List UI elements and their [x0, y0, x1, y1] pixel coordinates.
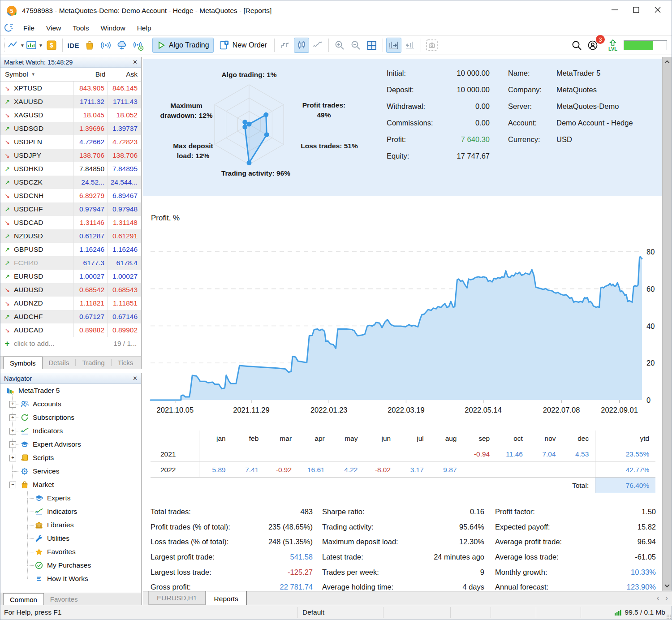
scroll-up-icon[interactable] [663, 57, 672, 67]
doc-tab-eurusd-h1[interactable]: EURUSD,H1 [148, 591, 206, 605]
market-watch-row[interactable]: ↘USDJPY138.706138.706 [0, 149, 141, 162]
ide-button[interactable]: IDE [66, 38, 81, 53]
tile-windows-button[interactable] [364, 38, 379, 53]
market-watch-row[interactable]: ↘XPTUSD843.905846.145 [0, 82, 141, 95]
market-watch-row[interactable]: ↗USDHKD7.848507.84895 [0, 162, 141, 176]
market-watch-row[interactable]: ↘AUDCAD0.898820.89902 [0, 323, 141, 337]
minimize-button[interactable] [604, 0, 625, 19]
empty-cell [430, 478, 463, 493]
shift-back-button[interactable] [402, 38, 418, 53]
line-chart-button[interactable] [310, 38, 325, 53]
navigator-item-experts[interactable]: Experts [0, 491, 141, 505]
tab-scroll-right-icon[interactable]: › [665, 594, 668, 603]
expand-plus-box[interactable]: + [9, 441, 16, 448]
chart-type-button[interactable]: ▼ [26, 38, 43, 53]
algo-trading-button[interactable]: Algo Trading [152, 38, 214, 53]
shift-end-button[interactable] [386, 38, 401, 53]
new-chart-button[interactable]: ▼ [7, 38, 25, 53]
svg-text:2022.01.23: 2022.01.23 [310, 406, 348, 414]
market-watch-column-header[interactable]: Symbol▼ Bid Ask [0, 68, 141, 82]
collapse-minus-box[interactable]: − [9, 482, 16, 488]
navigator-item-my-purchases[interactable]: My Purchases [0, 559, 141, 572]
month-header: dec [562, 431, 595, 446]
market-watch-row[interactable]: ↗USDCZK24.52...24.544... [0, 176, 141, 189]
tab-trading[interactable]: Trading [76, 357, 111, 369]
market-watch-row[interactable]: ↗GBPUSD1.162461.16246 [0, 243, 141, 256]
close-button[interactable] [647, 0, 668, 19]
navigator-item-libraries[interactable]: Libraries [0, 518, 141, 532]
navigator-item-how-it-works[interactable]: How It Works [0, 572, 141, 586]
close-icon[interactable]: ✕ [133, 375, 138, 382]
tab-details[interactable]: Details [43, 357, 76, 369]
deposit-button[interactable]: $ [44, 38, 59, 53]
doc-tab-reports[interactable]: Reports [206, 591, 247, 607]
stat-row: Trading activity:95.64% [322, 520, 484, 535]
tab-common[interactable]: Common [3, 593, 44, 605]
market-watch-row[interactable]: ↗AUDCHF0.671270.67146 [0, 310, 141, 323]
market-watch-row[interactable]: ↘USDCNH6.892796.89467 [0, 189, 141, 202]
menu-help[interactable]: Help [131, 22, 157, 34]
navigator-item-indicators[interactable]: Indicators [0, 505, 141, 518]
market-watch-row[interactable]: ↘USDCAD1.311461.31148 [0, 216, 141, 229]
expand-plus-box[interactable]: + [9, 428, 16, 435]
navigator-item-accounts[interactable]: +Accounts [0, 397, 141, 411]
navigator-item-utilities[interactable]: Utilities [0, 532, 141, 545]
market-watch-row[interactable]: ↘AUDNZD1.118211.11851 [0, 297, 141, 310]
navigator-item-metatrader-5[interactable]: MetaTrader 5 [0, 384, 141, 397]
tab-scroll-left-icon[interactable]: ‹ [657, 594, 659, 603]
ask-value: 1.31148 [107, 216, 141, 229]
menu-window[interactable]: Window [95, 22, 131, 34]
vps-cloud-button[interactable] [114, 38, 129, 53]
navigator-item-expert-advisors[interactable]: +Expert Advisors [0, 438, 141, 451]
market-watch-row[interactable]: ↗XAUUSD1711.321711.43 [0, 95, 141, 108]
tick-chart-button[interactable] [278, 38, 293, 53]
market-watch-row[interactable]: ↗USDCHF0.979470.97948 [0, 202, 141, 216]
signals-button[interactable] [98, 38, 113, 53]
screenshot-button[interactable] [424, 38, 439, 53]
connection-level-button[interactable]: LVL [605, 38, 620, 53]
market-watch-row[interactable]: ↘AUDUSD0.685420.68543 [0, 283, 141, 297]
market-watch-row[interactable]: ↘USDPLN4.726624.72823 [0, 135, 141, 149]
tab-ticks[interactable]: Ticks [112, 357, 139, 369]
new-order-button[interactable]: New Order [215, 38, 271, 53]
monthly-returns-table: janfebmaraprmayjunjulaugsepoctnovdecytd2… [151, 431, 656, 493]
navigator-item-scripts[interactable]: +Scripts [0, 451, 141, 465]
market-watch-row[interactable]: ↘XAGUSD18.04518.052 [0, 108, 141, 122]
expand-plus-box[interactable]: + [9, 414, 16, 421]
market-watch-row[interactable]: ↗NZDUSD0.612870.61291 [0, 229, 141, 243]
candlestick-chart-button[interactable] [294, 38, 309, 53]
menu-tools[interactable]: Tools [67, 22, 95, 34]
toolbar-grip[interactable] [2, 39, 5, 52]
connection-status[interactable]: 99.5 / 0.1 Mb [615, 605, 665, 620]
report-scrollbar[interactable] [662, 57, 672, 591]
tab-symbols[interactable]: Symbols [3, 357, 43, 369]
navigator-item-indicators[interactable]: +Indicators [0, 424, 141, 438]
navigator-item-subscriptions[interactable]: +Subscriptions [0, 411, 141, 424]
search-button[interactable] [569, 38, 584, 53]
market-watch-row[interactable]: ↗FCHI406177.36178.4 [0, 256, 141, 270]
market-watch-header[interactable]: Market Watch: 15:48:29 ✕ [0, 57, 141, 68]
add-signal-button[interactable] [130, 38, 146, 53]
zoom-out-button[interactable] [348, 38, 363, 53]
scroll-down-icon[interactable] [663, 581, 672, 591]
resize-grip[interactable] [666, 614, 671, 619]
market-store-button[interactable] [82, 38, 97, 53]
profile-selector[interactable]: Default [302, 605, 324, 620]
market-watch-row[interactable]: ↗USDSGD1.396961.39737 [0, 122, 141, 135]
month-header: ytd [595, 431, 655, 446]
navigator-item-services[interactable]: Services [0, 465, 141, 478]
menu-view[interactable]: View [40, 22, 67, 34]
menu-file[interactable]: File [17, 22, 40, 34]
expand-plus-box[interactable]: + [9, 401, 16, 408]
zoom-in-button[interactable] [332, 38, 347, 53]
close-icon[interactable]: ✕ [133, 59, 138, 65]
expand-plus-box[interactable]: + [9, 455, 16, 461]
navigator-item-market[interactable]: −Market [0, 478, 141, 491]
market-watch-row[interactable]: ↗EURUSD1.000271.00027 [0, 270, 141, 283]
notifications-button[interactable]: 3 [585, 38, 600, 53]
navigator-header[interactable]: Navigator ✕ [0, 373, 141, 384]
tab-favorites[interactable]: Favorites [44, 593, 84, 605]
add-symbol-row[interactable]: + click to add... 19 / 1... [0, 337, 141, 350]
maximize-button[interactable] [626, 0, 646, 19]
navigator-item-favorites[interactable]: Favorites [0, 545, 141, 559]
